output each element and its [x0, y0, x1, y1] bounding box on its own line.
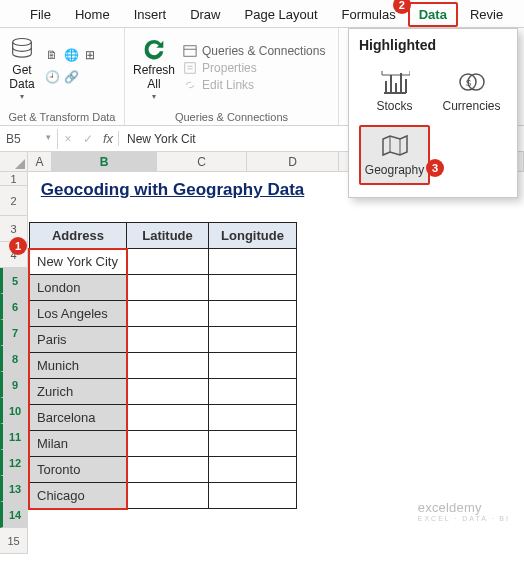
ribbon-tabs: File Home Insert Draw Page Layout Formul…	[0, 0, 524, 28]
cell-lat[interactable]	[127, 405, 209, 431]
cell-lat[interactable]	[127, 275, 209, 301]
properties-button: Properties	[183, 61, 325, 75]
tab-draw[interactable]: Draw	[178, 2, 232, 27]
cell-address[interactable]: London	[30, 275, 127, 301]
recent-icon[interactable]: 🕘	[44, 69, 60, 85]
geography-datatype-button[interactable]: Geography	[359, 125, 430, 185]
cell-address[interactable]: New York City	[30, 249, 127, 275]
cell-address[interactable]: Paris	[30, 327, 127, 353]
get-data-button[interactable]: Get Data ▾	[8, 35, 36, 100]
edit-links-button: Edit Links	[183, 78, 325, 92]
cell-address[interactable]: Chicago	[30, 483, 127, 509]
cell-lon[interactable]	[209, 483, 297, 509]
callout-3: 3	[426, 159, 444, 177]
tab-review[interactable]: Revie	[458, 2, 515, 27]
enter-icon[interactable]: ✓	[78, 132, 98, 146]
cell-lon[interactable]	[209, 405, 297, 431]
currencies-icon: $	[457, 69, 487, 95]
data-types-popup: Highlighted Stocks $ Currencies Geograph…	[348, 28, 518, 198]
sheet-title: Geocoding with Geography Data	[29, 176, 316, 204]
row-header-8[interactable]: 8	[0, 346, 28, 372]
popup-title: Highlighted	[359, 37, 507, 53]
cell-lat[interactable]	[127, 483, 209, 509]
row-header-9[interactable]: 9	[0, 372, 28, 398]
stocks-icon	[380, 69, 410, 95]
header-latitude: Latitude	[127, 223, 209, 249]
tab-insert[interactable]: Insert	[122, 2, 179, 27]
row-header-6[interactable]: 6	[0, 294, 28, 320]
queries-connections-button[interactable]: Queries & Connections	[183, 44, 325, 58]
ribbon: Get Data ▾ 🗎 🌐 ⊞ 🕘 🔗 Get & Transform Dat…	[0, 28, 524, 126]
cell-lon[interactable]	[209, 431, 297, 457]
refresh-all-button[interactable]: Refresh All ▾	[133, 35, 175, 100]
from-table-icon[interactable]: ⊞	[82, 47, 98, 63]
row-header-10[interactable]: 10	[0, 398, 28, 424]
col-header-A[interactable]: A	[28, 152, 52, 171]
tab-page-layout[interactable]: Page Layout	[233, 2, 330, 27]
properties-icon	[183, 61, 197, 75]
row-header-15[interactable]: 15	[0, 528, 28, 554]
col-header-D[interactable]: D	[247, 152, 339, 171]
cell-lat[interactable]	[127, 353, 209, 379]
callout-1: 1	[9, 237, 27, 255]
svg-point-0	[13, 39, 32, 46]
row-header-2[interactable]: 2	[0, 186, 28, 216]
row-header-11[interactable]: 11	[0, 424, 28, 450]
worksheet-grid[interactable]: A B C D 123456789101112131415 Geocoding …	[0, 152, 524, 554]
currencies-datatype-button[interactable]: $ Currencies	[436, 63, 507, 119]
cell-lon[interactable]	[209, 275, 297, 301]
cancel-icon[interactable]: ×	[58, 132, 78, 146]
data-table: Address Latitude Longitude New York City…	[29, 222, 297, 509]
cell-address[interactable]: Barcelona	[30, 405, 127, 431]
row-header-7[interactable]: 7	[0, 320, 28, 346]
cell-lon[interactable]	[209, 249, 297, 275]
svg-rect-1	[184, 46, 196, 57]
group-label-get-data: Get & Transform Data	[8, 109, 116, 123]
row-header-5[interactable]: 5	[0, 268, 28, 294]
row-header-13[interactable]: 13	[0, 476, 28, 502]
edit-links-icon	[183, 78, 197, 92]
cell-address[interactable]: Zurich	[30, 379, 127, 405]
watermark: exceldemy EXCEL · DATA · BI	[418, 500, 510, 522]
cell-lon[interactable]	[209, 327, 297, 353]
cell-address[interactable]: Munich	[30, 353, 127, 379]
from-text-icon[interactable]: 🗎	[44, 47, 60, 63]
cell-lat[interactable]	[127, 301, 209, 327]
row-header-14[interactable]: 14	[0, 502, 28, 528]
get-data-shortcuts[interactable]: 🗎 🌐 ⊞	[44, 47, 98, 63]
cell-address[interactable]: Toronto	[30, 457, 127, 483]
row-header-12[interactable]: 12	[0, 450, 28, 476]
row-header-1[interactable]: 1	[0, 172, 28, 186]
get-data-shortcuts-2[interactable]: 🕘 🔗	[44, 69, 98, 85]
cell-lat[interactable]	[127, 379, 209, 405]
cell-address[interactable]: Milan	[30, 431, 127, 457]
cell-lat[interactable]	[127, 327, 209, 353]
cell-lat[interactable]	[127, 431, 209, 457]
geography-icon	[380, 133, 410, 159]
cell-lon[interactable]	[209, 379, 297, 405]
stocks-datatype-button[interactable]: Stocks	[359, 63, 430, 119]
cell-lat[interactable]	[127, 457, 209, 483]
refresh-icon	[140, 35, 168, 63]
tab-file[interactable]: File	[18, 2, 63, 27]
group-label-queries: Queries & Connections	[133, 109, 330, 123]
fx-icon[interactable]: fx	[98, 131, 118, 146]
col-header-B[interactable]: B	[52, 152, 157, 171]
header-address: Address	[30, 223, 127, 249]
connections-icon[interactable]: 🔗	[63, 69, 79, 85]
name-box[interactable]: B5 ▾	[0, 129, 58, 149]
header-longitude: Longitude	[209, 223, 297, 249]
cell-address[interactable]: Los Angeles	[30, 301, 127, 327]
from-web-icon[interactable]: 🌐	[63, 47, 79, 63]
select-all-corner[interactable]	[0, 152, 28, 171]
cell-lon[interactable]	[209, 457, 297, 483]
cell-lon[interactable]	[209, 301, 297, 327]
tab-data[interactable]: Data	[408, 2, 458, 27]
get-data-icon	[8, 35, 36, 63]
svg-text:$: $	[466, 78, 471, 88]
cell-lat[interactable]	[127, 249, 209, 275]
cell-lon[interactable]	[209, 353, 297, 379]
svg-rect-3	[185, 63, 196, 74]
tab-home[interactable]: Home	[63, 2, 122, 27]
col-header-C[interactable]: C	[157, 152, 247, 171]
